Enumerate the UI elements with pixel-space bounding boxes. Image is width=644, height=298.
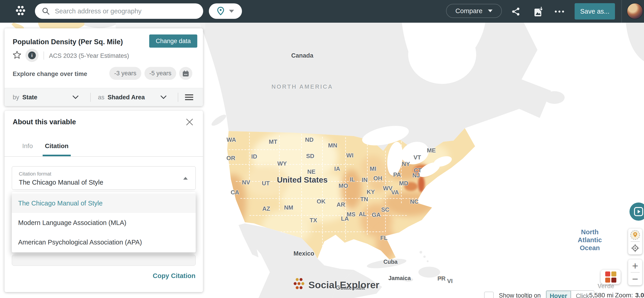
map-state-label: ID <box>251 153 257 160</box>
close-panel-button[interactable] <box>185 118 194 126</box>
minus-3-years-button[interactable]: -3 years <box>109 67 141 80</box>
map-state-label: ME <box>427 147 436 154</box>
variable-info-button[interactable]: i <box>26 49 38 62</box>
map-state-label: AL <box>359 211 367 218</box>
watermark-text: Social Explorer <box>308 280 379 290</box>
zoom-out-button[interactable]: − <box>632 272 638 285</box>
by-geography-dropdown[interactable]: by State <box>13 88 38 106</box>
as-value: Shaded Area <box>108 94 145 101</box>
dropdown-option-chicago[interactable]: The Chicago Manual of Style <box>12 194 196 213</box>
map-place-label: Canada <box>291 52 314 59</box>
save-as-button[interactable]: Save as... <box>574 3 615 20</box>
citation-format-value: The Chicago Manual of Style <box>19 179 103 186</box>
favorite-star-button[interactable] <box>12 50 22 60</box>
map-state-label: OH <box>374 175 382 182</box>
calendar-icon <box>182 70 189 77</box>
citation-format-select[interactable]: Citation format The Chicago Manual of St… <box>12 166 196 190</box>
tooltip-mode-segmented: Hover Click <box>546 290 594 298</box>
map-place-label: United States <box>277 175 328 184</box>
map-state-label: NE <box>307 168 316 175</box>
tab-info[interactable]: Info <box>22 142 33 150</box>
divider <box>621 0 622 23</box>
map-state-label: SC <box>381 206 389 213</box>
zoom-in-button[interactable]: + <box>632 260 638 272</box>
map-state-label: TX <box>310 217 317 224</box>
map-state-label: CA <box>230 189 239 196</box>
legend-button[interactable] <box>601 270 621 284</box>
map-state-label: IN <box>362 176 368 184</box>
about-panel-title: About this variable <box>13 118 76 126</box>
locate-me-button[interactable] <box>630 242 640 254</box>
map-state-label: MD <box>399 180 408 187</box>
map-state-label: VI <box>447 278 453 284</box>
explore-change-label: Explore change over time <box>13 70 87 78</box>
map-state-label: PR <box>438 275 446 282</box>
point-layer-button[interactable] <box>630 228 640 241</box>
map-state-label: ND <box>305 136 314 143</box>
app-menu-dots-icon[interactable] <box>14 6 27 17</box>
chevron-down-icon <box>488 10 492 12</box>
play-in-square-icon <box>634 207 643 216</box>
tooltip-hover-option[interactable]: Hover <box>546 291 571 298</box>
map-state-label: FL <box>380 234 388 242</box>
info-icon: i <box>28 52 36 59</box>
map-state-label: PA <box>393 171 401 178</box>
dropdown-option-mla[interactable]: Modern Language Association (MLA) <box>12 213 196 232</box>
map-state-label: SD <box>306 153 314 160</box>
variable-panel: Population Density (Per Sq. Mile) Change… <box>4 28 203 106</box>
map-state-label: WI <box>346 152 354 159</box>
zoom-controls: + − <box>628 260 642 285</box>
map-state-label: MO <box>338 182 348 189</box>
map-state-label: VA <box>391 189 399 196</box>
map-place-label: North Atlantic Ocean <box>572 228 608 252</box>
map-state-label: NC <box>410 198 418 205</box>
chevron-down-icon <box>160 96 166 99</box>
map-state-label: AZ <box>262 205 270 212</box>
share-icon <box>511 7 520 16</box>
map-pin-layer-icon <box>630 230 640 240</box>
hamburger-icon <box>185 94 193 100</box>
as-visualization-dropdown[interactable]: as Shaded Area <box>98 88 145 106</box>
share-button[interactable] <box>511 6 521 17</box>
by-value: State <box>22 94 38 101</box>
social-explorer-watermark: Social Explorer <box>292 278 379 292</box>
map-state-label: IA <box>334 165 340 172</box>
tooltip-toggle-row: Show tooltip on Hover Click <box>499 290 594 298</box>
compare-label: Compare <box>455 7 482 15</box>
chevron-down-icon <box>72 96 78 99</box>
map-state-label: KY <box>367 188 375 196</box>
compare-button[interactable]: Compare <box>446 4 502 18</box>
map-state-label: MS <box>347 211 356 218</box>
copy-citation-link[interactable]: Copy Citation <box>153 272 196 280</box>
map-state-label: TN <box>360 196 368 203</box>
export-image-button[interactable] <box>533 6 544 17</box>
by-dropdown-chevron[interactable] <box>72 88 78 106</box>
legend-swatches-icon <box>605 272 616 282</box>
map-state-label: UT <box>262 180 270 187</box>
as-dropdown-chevron[interactable] <box>160 88 166 106</box>
calendar-button[interactable] <box>179 67 192 80</box>
change-data-button[interactable]: Change data <box>149 34 197 48</box>
map-state-label: CT <box>414 167 422 174</box>
about-variable-panel: About this variable Info Citation Citati… <box>4 111 203 292</box>
more-options-button[interactable] <box>554 6 565 17</box>
map-place-label: Mexico <box>294 250 314 257</box>
social-explorer-app: WAMTNDMNORIDSDWIWYMINYVTMEIANENVUTILINOH… <box>0 0 644 298</box>
social-explorer-logo-icon <box>292 278 305 292</box>
location-pin-icon <box>217 6 224 16</box>
crosshair-icon <box>630 244 640 253</box>
search-input[interactable] <box>55 8 196 15</box>
divider <box>90 93 91 102</box>
map-state-label: MI <box>370 165 376 172</box>
map-zoom-text: Zoom:3.0 <box>615 292 644 298</box>
dropdown-option-apa[interactable]: American Psychological Association (APA) <box>12 232 196 252</box>
citation-format-dropdown: The Chicago Manual of Style Modern Langu… <box>12 192 196 252</box>
minus-5-years-button[interactable]: -5 years <box>144 67 176 80</box>
divider <box>178 93 178 102</box>
star-icon <box>12 50 22 59</box>
geography-pin-button[interactable] <box>209 4 242 19</box>
user-avatar[interactable] <box>627 3 643 19</box>
cutoff-control-box[interactable] <box>484 292 494 298</box>
cutpoints-menu-button[interactable] <box>185 88 193 106</box>
tab-citation[interactable]: Citation <box>45 142 68 150</box>
